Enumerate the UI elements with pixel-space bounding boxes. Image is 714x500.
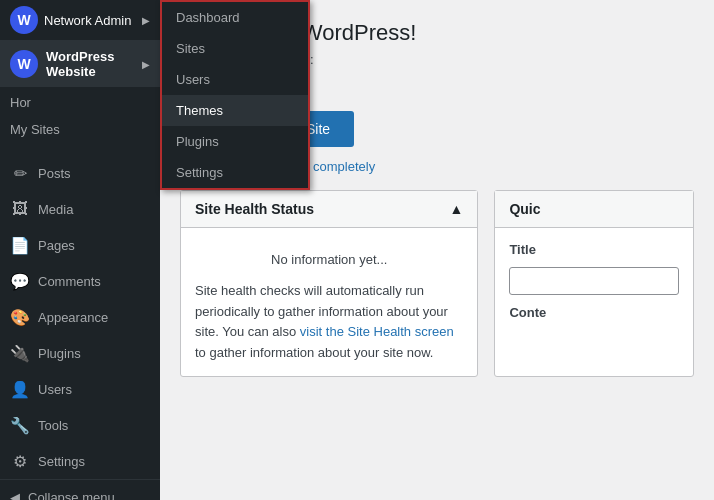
title-label: Title — [509, 240, 679, 261]
sidebar-item-users[interactable]: 👤 Users — [0, 371, 160, 407]
sidebar-item-settings[interactable]: ⚙ Settings — [0, 443, 160, 479]
sidebar-item-label: Posts — [38, 166, 71, 181]
sidebar-item-label: Appearance — [38, 310, 108, 325]
content-label: Conte — [509, 303, 679, 324]
site-health-collapse-icon[interactable]: ▲ — [450, 201, 464, 217]
comments-icon: 💬 — [10, 271, 30, 291]
sidebar-item-comments[interactable]: 💬 Comments — [0, 263, 160, 299]
plugins-icon: 🔌 — [10, 343, 30, 363]
quick-draft-title: Quic — [509, 201, 540, 217]
sidebar-item-label: Users — [38, 382, 72, 397]
dropdown-item-settings[interactable]: Settings — [162, 157, 308, 188]
settings-icon: ⚙ — [10, 451, 30, 471]
collapse-label: Collapse menu — [28, 490, 115, 500]
sidebar-item-media[interactable]: 🖼 Media — [0, 191, 160, 227]
site-health-title: Site Health Status — [195, 201, 314, 217]
dropdown-item-themes[interactable]: Themes — [162, 95, 308, 126]
sidebar-item-label: Pages — [38, 238, 75, 253]
quick-draft-panel: Quic Title Conte — [494, 190, 694, 377]
sidebar-item-appearance[interactable]: 🎨 Appearance — [0, 299, 160, 335]
media-icon: 🖼 — [10, 199, 30, 219]
sidebar-item-label: Media — [38, 202, 73, 217]
sidebar-item-posts[interactable]: ✏ Posts — [0, 155, 160, 191]
dropdown-item-sites[interactable]: Sites — [162, 33, 308, 64]
sidebar-item-label: Settings — [38, 454, 85, 469]
collapse-menu[interactable]: ◀ Collapse menu — [0, 479, 160, 500]
site-row[interactable]: W WordPress Website ▶ — [0, 41, 160, 87]
site-health-panel: Site Health Status ▲ No information yet.… — [180, 190, 478, 377]
site-logo: W — [10, 50, 38, 78]
sidebar-item-label: Comments — [38, 274, 101, 289]
posts-icon: ✏ — [10, 163, 30, 183]
dropdown-item-plugins[interactable]: Plugins — [162, 126, 308, 157]
quick-draft-header: Quic — [495, 191, 693, 228]
site-health-body: No information yet... Site health checks… — [181, 228, 477, 376]
site-health-link[interactable]: visit the Site Health screen — [300, 324, 454, 339]
wp-logo: W — [10, 6, 38, 34]
network-admin-label: Network Admin — [44, 13, 131, 28]
tools-icon: 🔧 — [10, 415, 30, 435]
no-info-text: No information yet... — [195, 240, 463, 281]
quick-draft-body: Title Conte — [495, 228, 693, 342]
network-admin-dropdown: Dashboard Sites Users Themes Plugins Set… — [160, 0, 310, 190]
sidebar: W Network Admin ▶ W WordPress Website ▶ … — [0, 0, 160, 500]
users-icon: 👤 — [10, 379, 30, 399]
sidebar-item-plugins[interactable]: 🔌 Plugins — [0, 335, 160, 371]
quick-draft-title-input[interactable] — [509, 267, 679, 295]
my-sites-link[interactable]: My Sites — [0, 118, 160, 147]
site-name-label: WordPress Website — [46, 49, 134, 79]
pages-icon: 📄 — [10, 235, 30, 255]
network-admin-arrow-icon: ▶ — [142, 15, 150, 26]
site-arrow-icon: ▶ — [142, 59, 150, 70]
site-health-description: Site health checks will automatically ru… — [195, 281, 463, 364]
site-health-header: Site Health Status ▲ — [181, 191, 477, 228]
appearance-icon: 🎨 — [10, 307, 30, 327]
sidebar-item-pages[interactable]: 📄 Pages — [0, 227, 160, 263]
sidebar-item-label: Tools — [38, 418, 68, 433]
dropdown-item-users[interactable]: Users — [162, 64, 308, 95]
sidebar-item-tools[interactable]: 🔧 Tools — [0, 407, 160, 443]
home-link[interactable]: Hor — [0, 87, 160, 118]
sidebar-item-label: Plugins — [38, 346, 81, 361]
dropdown-item-dashboard[interactable]: Dashboard — [162, 2, 308, 33]
collapse-icon: ◀ — [10, 490, 20, 500]
bottom-panels: Site Health Status ▲ No information yet.… — [180, 190, 694, 377]
network-admin-bar[interactable]: W Network Admin ▶ — [0, 0, 160, 41]
